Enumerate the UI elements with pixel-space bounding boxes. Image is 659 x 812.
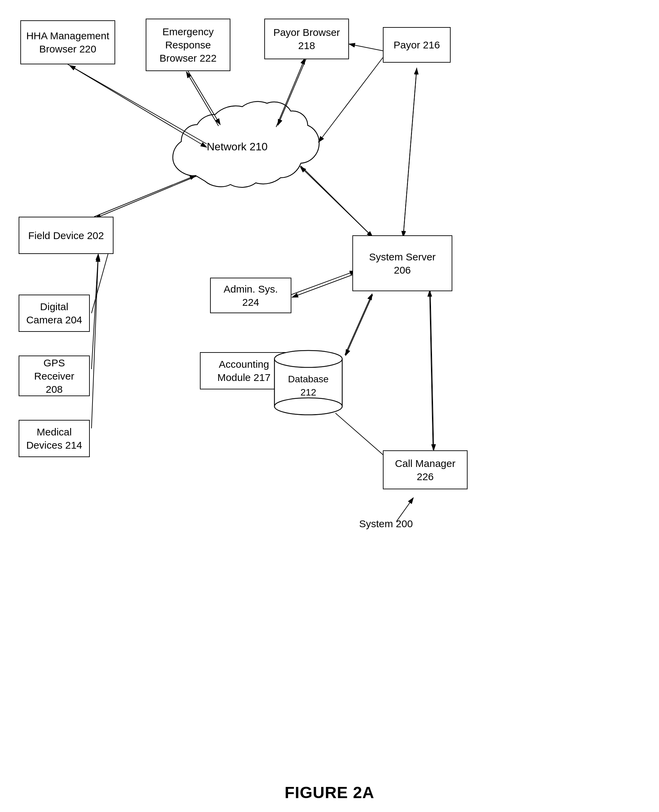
svg-line-18 (91, 256, 98, 428)
medical-label: MedicalDevices 214 (26, 425, 82, 452)
svg-line-4 (188, 71, 220, 124)
network-label: Network 210 (203, 140, 271, 153)
digital-camera-box: DigitalCamera 204 (19, 294, 90, 332)
svg-line-23 (345, 294, 372, 355)
payor-browser-box: Payor Browser218 (264, 19, 349, 59)
svg-point-30 (274, 398, 342, 415)
digital-camera-label: DigitalCamera 204 (26, 300, 82, 326)
svg-line-24 (336, 413, 389, 461)
field-device-label: Field Device 202 (28, 229, 104, 242)
svg-line-20 (292, 274, 356, 297)
svg-line-19 (292, 271, 356, 294)
admin-sys-box: Admin. Sys.224 (210, 278, 292, 313)
payor-label: Payor 216 (394, 38, 440, 52)
gps-label: GPSReceiver208 (34, 356, 74, 396)
svg-line-11 (94, 175, 196, 217)
svg-line-26 (430, 291, 433, 450)
svg-point-29 (274, 351, 342, 367)
svg-line-13 (300, 167, 372, 236)
emergency-response-browser-box: EmergencyResponseBrowser 222 (146, 19, 230, 71)
field-device-box: Field Device 202 (19, 217, 114, 254)
system-server-box: System Server206 (352, 235, 452, 291)
svg-line-3 (69, 65, 207, 144)
database-label: Database212 (288, 374, 329, 398)
svg-line-2 (68, 65, 207, 147)
medical-devices-box: MedicalDevices 214 (19, 420, 90, 457)
svg-line-17 (91, 254, 98, 369)
svg-line-15 (403, 68, 417, 237)
admin-label: Admin. Sys.224 (224, 282, 278, 309)
figure-caption: FIGURE 2A (0, 783, 659, 802)
payor-box: Payor 216 (383, 27, 451, 63)
svg-line-5 (186, 72, 219, 126)
hha-label: HHA Management Browser 220 (24, 29, 111, 55)
system-server-label: System Server206 (369, 250, 436, 277)
accounting-label: AccountingModule 217 (218, 357, 271, 384)
svg-line-25 (430, 291, 434, 450)
svg-line-9 (318, 58, 383, 142)
svg-line-10 (95, 176, 197, 219)
system-200-label: System 200 (359, 518, 413, 530)
call-manager-label: Call Manager226 (395, 457, 456, 483)
emergency-label: EmergencyResponseBrowser 222 (159, 25, 216, 65)
database-box: Database212 (271, 345, 345, 420)
gps-receiver-box: GPSReceiver208 (19, 356, 90, 396)
diagram: HHA Management Browser 220 EmergencyResp… (0, 0, 659, 745)
payor-browser-label: Payor Browser218 (273, 26, 340, 52)
hha-management-browser-box: HHA Management Browser 220 (20, 20, 115, 65)
svg-line-8 (349, 44, 383, 51)
call-manager-box: Call Manager226 (383, 450, 468, 489)
svg-line-22 (345, 294, 373, 356)
